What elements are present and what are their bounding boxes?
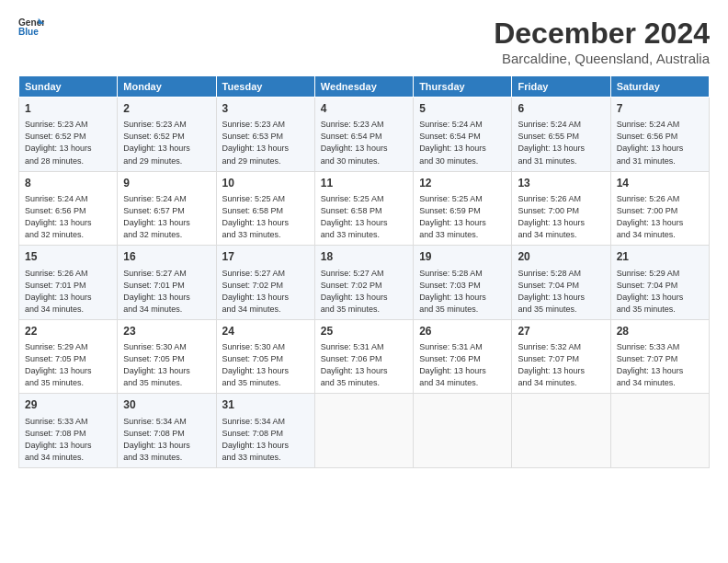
day-number: 24 [222, 324, 309, 339]
day-detail: Daylight: 13 hours [25, 292, 111, 304]
day-detail: and 35 minutes. [123, 377, 210, 389]
day-detail: and 33 minutes. [321, 229, 407, 241]
day-detail: Daylight: 13 hours [419, 365, 506, 377]
day-detail: and 34 minutes. [222, 304, 309, 316]
day-detail: Sunrise: 5:31 AM [321, 341, 407, 353]
day-detail: Sunrise: 5:24 AM [518, 119, 604, 131]
day-detail: and 34 minutes. [518, 377, 604, 389]
day-detail: Daylight: 13 hours [222, 365, 309, 377]
day-detail: and 34 minutes. [617, 377, 703, 389]
day-detail: Sunrise: 5:24 AM [419, 119, 506, 131]
day-detail: and 35 minutes. [617, 304, 703, 316]
list-item: 15Sunrise: 5:26 AMSunset: 7:01 PMDayligh… [19, 246, 118, 320]
day-detail: and 35 minutes. [518, 304, 604, 316]
day-detail: Sunrise: 5:23 AM [25, 119, 111, 131]
day-number: 15 [25, 249, 111, 265]
day-detail: Daylight: 13 hours [518, 365, 604, 377]
col-friday: Friday [512, 76, 610, 98]
list-item: 11Sunrise: 5:25 AMSunset: 6:58 PMDayligh… [314, 171, 413, 246]
list-item: 7Sunrise: 5:24 AMSunset: 6:56 PMDaylight… [610, 98, 709, 172]
day-detail: Daylight: 13 hours [419, 143, 506, 155]
list-item: 17Sunrise: 5:27 AMSunset: 7:02 PMDayligh… [216, 246, 314, 320]
col-monday: Monday [118, 76, 216, 98]
day-detail: Sunset: 7:08 PM [222, 428, 309, 440]
col-thursday: Thursday [414, 76, 512, 98]
day-detail: Daylight: 13 hours [123, 143, 210, 155]
day-number: 23 [123, 324, 210, 339]
day-detail: Daylight: 13 hours [321, 143, 407, 155]
svg-text:Blue: Blue [18, 27, 39, 37]
list-item: 28Sunrise: 5:33 AMSunset: 7:07 PMDayligh… [610, 319, 709, 394]
day-detail: Daylight: 13 hours [123, 440, 210, 452]
day-detail: Sunrise: 5:29 AM [617, 268, 703, 280]
day-detail: Sunset: 6:54 PM [321, 131, 407, 143]
list-item: 26Sunrise: 5:31 AMSunset: 7:06 PMDayligh… [414, 319, 512, 394]
day-detail: and 30 minutes. [321, 155, 407, 167]
day-detail: Sunset: 7:00 PM [617, 205, 703, 217]
table-row: 22Sunrise: 5:29 AMSunset: 7:05 PMDayligh… [19, 319, 710, 394]
title-block: December 2024 Barcaldine, Queensland, Au… [494, 17, 710, 66]
day-detail: Daylight: 13 hours [222, 217, 309, 229]
table-row: 1Sunrise: 5:23 AMSunset: 6:52 PMDaylight… [19, 98, 710, 172]
day-detail: Sunrise: 5:24 AM [123, 193, 210, 205]
list-item: 31Sunrise: 5:34 AMSunset: 7:08 PMDayligh… [216, 394, 314, 468]
day-detail: Daylight: 13 hours [25, 365, 111, 377]
day-detail: Sunrise: 5:24 AM [617, 119, 703, 131]
day-number: 29 [25, 397, 111, 413]
day-detail: and 28 minutes. [25, 155, 111, 167]
day-detail: Daylight: 13 hours [123, 365, 210, 377]
day-detail: Daylight: 13 hours [617, 217, 703, 229]
list-item: 1Sunrise: 5:23 AMSunset: 6:52 PMDaylight… [19, 98, 118, 172]
list-item: 12Sunrise: 5:25 AMSunset: 6:59 PMDayligh… [414, 171, 512, 246]
day-detail: Daylight: 13 hours [617, 292, 703, 304]
day-number: 16 [123, 249, 210, 265]
day-detail: Sunset: 7:05 PM [123, 353, 210, 365]
day-detail: and 33 minutes. [419, 229, 506, 241]
day-detail: and 31 minutes. [518, 155, 604, 167]
day-detail: Sunrise: 5:25 AM [321, 193, 407, 205]
list-item: 19Sunrise: 5:28 AMSunset: 7:03 PMDayligh… [414, 246, 512, 320]
day-detail: and 29 minutes. [123, 155, 210, 167]
day-detail: Daylight: 13 hours [25, 440, 111, 452]
day-detail: and 31 minutes. [617, 155, 703, 167]
day-number: 9 [123, 176, 210, 191]
day-detail: and 29 minutes. [222, 155, 309, 167]
day-detail: Sunset: 7:02 PM [222, 280, 309, 292]
day-number: 1 [25, 101, 111, 117]
day-detail: Sunrise: 5:32 AM [518, 341, 604, 353]
list-item: 4Sunrise: 5:23 AMSunset: 6:54 PMDaylight… [314, 98, 413, 172]
day-detail: and 34 minutes. [25, 452, 111, 464]
day-detail: Daylight: 13 hours [25, 217, 111, 229]
day-detail: and 34 minutes. [25, 304, 111, 316]
day-detail: Sunset: 7:01 PM [123, 280, 210, 292]
day-detail: Daylight: 13 hours [222, 440, 309, 452]
day-detail: Sunrise: 5:25 AM [419, 193, 506, 205]
day-number: 7 [617, 101, 703, 117]
day-detail: Sunset: 7:06 PM [419, 353, 506, 365]
list-item: 10Sunrise: 5:25 AMSunset: 6:58 PMDayligh… [216, 171, 314, 246]
day-number: 5 [419, 101, 506, 117]
day-detail: and 35 minutes. [321, 304, 407, 316]
list-item: 25Sunrise: 5:31 AMSunset: 7:06 PMDayligh… [314, 319, 413, 394]
day-detail: Sunset: 6:59 PM [419, 205, 506, 217]
day-detail: Sunset: 6:56 PM [25, 205, 111, 217]
day-detail: Sunset: 6:52 PM [25, 131, 111, 143]
day-number: 6 [518, 101, 604, 117]
table-row: 15Sunrise: 5:26 AMSunset: 7:01 PMDayligh… [19, 246, 710, 320]
day-detail: and 34 minutes. [617, 229, 703, 241]
day-detail: Daylight: 13 hours [321, 292, 407, 304]
day-detail: and 33 minutes. [222, 452, 309, 464]
day-detail: Sunrise: 5:28 AM [518, 268, 604, 280]
day-number: 26 [419, 324, 506, 339]
col-tuesday: Tuesday [216, 76, 314, 98]
header: General Blue December 2024 Barcaldine, Q… [18, 17, 710, 66]
day-detail: Sunrise: 5:26 AM [617, 193, 703, 205]
day-detail: Sunrise: 5:23 AM [123, 119, 210, 131]
header-row: Sunday Monday Tuesday Wednesday Thursday… [19, 76, 710, 98]
day-detail: Sunrise: 5:26 AM [25, 268, 111, 280]
day-detail: Sunrise: 5:34 AM [123, 416, 210, 428]
day-number: 2 [123, 101, 210, 117]
list-item [314, 394, 413, 468]
day-detail: Sunset: 7:05 PM [25, 353, 111, 365]
day-detail: and 34 minutes. [419, 377, 506, 389]
